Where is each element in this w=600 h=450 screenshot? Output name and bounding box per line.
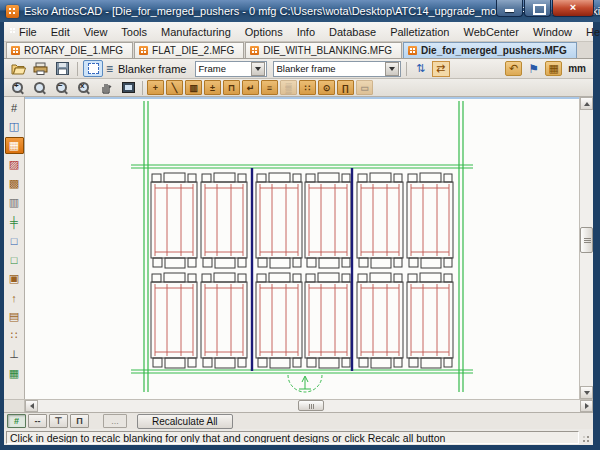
clamp-tool-icon[interactable]: ⊓	[223, 80, 240, 95]
recalculate-all-button[interactable]: Recalculate All	[137, 414, 233, 429]
tab-label: ROTARY_DIE_1.MFG	[24, 45, 123, 56]
tab-label: Die_for_merged_pushers.MFG	[421, 45, 567, 56]
grid-settings-icon[interactable]: ▦	[5, 365, 24, 382]
show-gaps-button[interactable]: --	[28, 414, 47, 428]
blanking-toolbar: #--⊤Π ... Recalculate All	[4, 412, 593, 429]
vertical-scrollbar[interactable]	[579, 97, 593, 399]
scroll-up-icon[interactable]	[580, 97, 593, 110]
save-floppy-icon	[56, 62, 69, 75]
show-rails-button[interactable]: #	[7, 414, 26, 428]
tab-flat_die_2.mfg[interactable]: FLAT_DIE_2.MFG	[134, 42, 244, 58]
dimension-rule-icon[interactable]: ±	[204, 80, 221, 95]
scrollbar-corner	[4, 400, 25, 412]
close-button[interactable]: ×	[552, 0, 594, 17]
hook-rule-icon[interactable]: ↵	[242, 80, 259, 95]
pan-tool-icon	[100, 81, 113, 94]
blanking-tool-icon[interactable]: ▦	[5, 137, 24, 154]
zoom-out-button[interactable]: −	[52, 79, 72, 96]
layers-icon: ≡	[106, 62, 113, 76]
diagonal-rule-icon[interactable]: ╲	[166, 80, 183, 95]
undo-icon[interactable]: ↶	[505, 61, 522, 76]
artioscad-doc-icon	[139, 46, 148, 55]
tool-sidebar: #◫▦▨▩▥╪□□▣↑▤∷⊥▦	[4, 97, 25, 399]
horizontal-scrollbar[interactable]	[4, 399, 593, 412]
hatch-rule-icon[interactable]: ▥	[185, 80, 202, 95]
workspace-icon[interactable]: ⚑	[525, 61, 542, 76]
menu-help[interactable]: Help	[579, 24, 600, 40]
layout-panels-icon[interactable]: ◫	[5, 118, 24, 135]
zoom-previous-button[interactable]: x	[74, 79, 94, 96]
artioscad-doc-icon	[408, 46, 417, 55]
scroll-down-icon[interactable]	[580, 386, 593, 399]
title-bar[interactable]: Esko ArtiosCAD - [Die_for_merged_pushers…	[0, 0, 600, 22]
menu-file[interactable]: File	[12, 24, 44, 40]
blanker-frame-tool-button[interactable]	[83, 60, 103, 77]
artioscad-doc-icon	[11, 46, 20, 55]
board-info-icon[interactable]: ▦	[545, 61, 562, 76]
artioscad-window: Esko ArtiosCAD - [Die_for_merged_pushers…	[0, 0, 600, 450]
blanker-frame-icon[interactable]: □	[5, 251, 24, 268]
rollers-icon[interactable]: ▥	[5, 194, 24, 211]
horizontal-scroll-track[interactable]	[38, 400, 580, 412]
nick-pattern-icon[interactable]: ∷	[299, 80, 316, 95]
horizontal-scroll-thumb[interactable]	[298, 400, 324, 411]
pan-tool-button[interactable]	[96, 79, 116, 96]
menu-view[interactable]: View	[77, 24, 115, 40]
press-platen-icon[interactable]: ⊥	[5, 346, 24, 363]
cross-rule-icon[interactable]: +	[147, 80, 164, 95]
output-button[interactable]	[30, 60, 50, 77]
pin-tool-icon[interactable]: ⊙	[318, 80, 335, 95]
bridge-tool-icon[interactable]: ∏	[337, 80, 354, 95]
fit-view-icon	[122, 82, 135, 93]
tab-die_for_merged_pushers.mfg[interactable]: Die_for_merged_pushers.MFG	[403, 42, 577, 58]
save-button[interactable]	[52, 60, 72, 77]
stripping-frame-icon[interactable]: ╪	[5, 213, 24, 230]
layer-toggle-button[interactable]: ⇅	[412, 61, 430, 77]
menu-bar: FileEditViewToolsManufacturingOptionsInf…	[4, 22, 593, 42]
artioscad-doc-icon	[250, 46, 259, 55]
menu-info[interactable]: Info	[290, 24, 322, 40]
vertical-scroll-thumb[interactable]	[580, 227, 593, 253]
upper-frame-icon[interactable]: ▣	[5, 270, 24, 287]
resize-grip-icon[interactable]	[579, 431, 591, 444]
maximize-button[interactable]	[524, 0, 551, 17]
menu-manufacturing[interactable]: Manufacturing	[154, 24, 238, 40]
manufacturing-grid-icon[interactable]: #	[5, 99, 24, 116]
tab-rotary_die_1.mfg[interactable]: ROTARY_DIE_1.MFG	[6, 42, 133, 58]
fit-view-button[interactable]	[118, 79, 138, 96]
status-message: Click in design to recalc blanking for o…	[6, 431, 579, 444]
menu-webcenter[interactable]: WebCenter	[456, 24, 525, 40]
menu-tools[interactable]: Tools	[114, 24, 154, 40]
menu-database[interactable]: Database	[322, 24, 383, 40]
menu-window[interactable]: Window	[526, 24, 579, 40]
layer-swap-button[interactable]: ⇄	[432, 61, 450, 77]
lower-stripping-icon[interactable]: ▤	[5, 308, 24, 325]
frame-type-combobox[interactable]: Blanker frame	[273, 61, 401, 77]
die-layout-drawing	[25, 99, 578, 399]
scroll-left-icon[interactable]	[25, 400, 38, 412]
zoom-in-button[interactable]: +	[8, 79, 28, 96]
chevron-down-icon[interactable]	[251, 62, 265, 76]
double-rule-icon[interactable]: ≡	[261, 80, 278, 95]
layer-combobox[interactable]: Frame	[195, 61, 267, 77]
open-file-button[interactable]	[8, 60, 28, 77]
tab-die_with_blanking.mfg[interactable]: DIE_WITH_BLANKING.MFG	[245, 42, 402, 58]
tab-label: DIE_WITH_BLANKING.MFG	[263, 45, 392, 56]
menu-edit[interactable]: Edit	[44, 24, 77, 40]
open-folder-icon	[11, 63, 26, 75]
menu-palletization[interactable]: Palletization	[383, 24, 456, 40]
show-supports-button[interactable]: Π	[70, 414, 89, 428]
blanking-holes-icon[interactable]: ∷	[5, 327, 24, 344]
minimize-button[interactable]	[496, 0, 523, 17]
die-edit-icon[interactable]: ▨	[5, 156, 24, 173]
show-bar-button[interactable]: ⊤	[49, 414, 68, 428]
scroll-right-icon[interactable]	[580, 400, 593, 412]
zoom-window-button[interactable]	[30, 79, 50, 96]
frame-size-icon[interactable]: □	[5, 232, 24, 249]
chevron-down-icon[interactable]	[385, 62, 399, 76]
menu-options[interactable]: Options	[238, 24, 290, 40]
push-up-tool-icon[interactable]: ↑	[5, 289, 24, 306]
more-options-button[interactable]: ...	[103, 414, 127, 428]
drawing-canvas[interactable]	[25, 97, 579, 399]
panel-edit-icon[interactable]: ▩	[5, 175, 24, 192]
